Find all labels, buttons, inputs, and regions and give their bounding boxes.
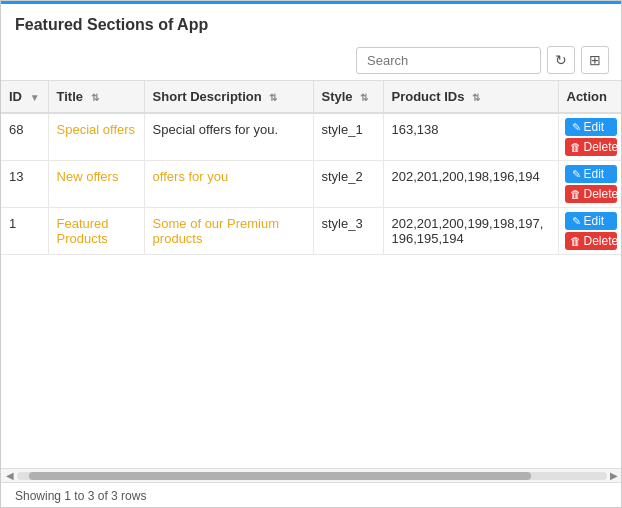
table-row: 13 New offers offers for you style_2 202… <box>1 161 622 208</box>
cell-style: style_2 <box>313 161 383 208</box>
footer-bar: Showing 1 to 3 of 3 rows <box>1 482 622 508</box>
scrollbar-track[interactable] <box>17 472 607 480</box>
refresh-button[interactable]: ↻ <box>547 46 575 74</box>
edit-label: Edit <box>584 167 605 181</box>
edit-icon: ✎ <box>572 121 581 134</box>
cell-id: 1 <box>1 208 48 255</box>
data-table: ID ▼ Title ⇅ Short Description ⇅ Style ⇅… <box>1 81 622 255</box>
toolbar: ↻ ⊞ <box>1 42 622 80</box>
showing-text: Showing 1 to 3 of 3 rows <box>15 489 146 503</box>
edit-button[interactable]: ✎ Edit <box>565 118 617 136</box>
cell-id: 13 <box>1 161 48 208</box>
cell-products: 163,138 <box>383 113 558 161</box>
table-row: 68 Special offers Special offers for you… <box>1 113 622 161</box>
col-header-products[interactable]: Product IDs ⇅ <box>383 81 558 113</box>
delete-button[interactable]: 🗑 Delete <box>565 138 617 156</box>
scrollbar-thumb[interactable] <box>29 472 531 480</box>
col-header-desc[interactable]: Short Description ⇅ <box>144 81 313 113</box>
edit-button[interactable]: ✎ Edit <box>565 212 617 230</box>
cell-style: style_3 <box>313 208 383 255</box>
delete-icon: 🗑 <box>570 188 581 200</box>
columns-button[interactable]: ⊞ <box>581 46 609 74</box>
table-row: 1 Featured Products Some of our Premium … <box>1 208 622 255</box>
cell-title: New offers <box>48 161 144 208</box>
scroll-right-arrow[interactable]: ▶ <box>607 470 621 481</box>
cell-products: 202,201,200,199,198,197,196,195,194 <box>383 208 558 255</box>
sort-icon-title: ⇅ <box>91 92 99 103</box>
sort-icon-desc: ⇅ <box>269 92 277 103</box>
search-input[interactable] <box>356 47 541 74</box>
scrollbar-row[interactable]: ◀ ▶ <box>1 468 622 482</box>
cell-style: style_1 <box>313 113 383 161</box>
delete-label: Delete <box>584 187 619 201</box>
columns-icon: ⊞ <box>589 52 601 68</box>
action-btns: ✎ Edit 🗑 Delete <box>565 212 618 250</box>
edit-label: Edit <box>584 120 605 134</box>
edit-icon: ✎ <box>572 168 581 181</box>
cell-action: ✎ Edit 🗑 Delete <box>558 208 622 255</box>
table-header-row: ID ▼ Title ⇅ Short Description ⇅ Style ⇅… <box>1 81 622 113</box>
action-btns: ✎ Edit 🗑 Delete <box>565 118 618 156</box>
page-header: Featured Sections of App <box>1 4 622 42</box>
table-wrapper[interactable]: ID ▼ Title ⇅ Short Description ⇅ Style ⇅… <box>1 80 622 468</box>
cell-id: 68 <box>1 113 48 161</box>
action-btns: ✎ Edit 🗑 Delete <box>565 165 618 203</box>
edit-button[interactable]: ✎ Edit <box>565 165 617 183</box>
cell-desc: offers for you <box>144 161 313 208</box>
page-container: Featured Sections of App ↻ ⊞ ID ▼ Title … <box>1 1 622 508</box>
scroll-left-arrow[interactable]: ◀ <box>3 470 17 481</box>
cell-action: ✎ Edit 🗑 Delete <box>558 161 622 208</box>
col-header-style[interactable]: Style ⇅ <box>313 81 383 113</box>
col-header-id[interactable]: ID ▼ <box>1 81 48 113</box>
table-body: 68 Special offers Special offers for you… <box>1 113 622 255</box>
cell-title: Special offers <box>48 113 144 161</box>
sort-icon-products: ⇅ <box>472 92 480 103</box>
cell-desc: Special offers for you. <box>144 113 313 161</box>
delete-icon: 🗑 <box>570 235 581 247</box>
cell-desc: Some of our Premium products <box>144 208 313 255</box>
col-header-action: Action <box>558 81 622 113</box>
edit-label: Edit <box>584 214 605 228</box>
col-header-title[interactable]: Title ⇅ <box>48 81 144 113</box>
sort-icon-style: ⇅ <box>360 92 368 103</box>
cell-action: ✎ Edit 🗑 Delete <box>558 113 622 161</box>
edit-icon: ✎ <box>572 215 581 228</box>
page-title: Featured Sections of App <box>15 16 208 33</box>
cell-title: Featured Products <box>48 208 144 255</box>
delete-button[interactable]: 🗑 Delete <box>565 232 617 250</box>
sort-icon-id: ▼ <box>30 92 40 103</box>
delete-button[interactable]: 🗑 Delete <box>565 185 617 203</box>
delete-icon: 🗑 <box>570 141 581 153</box>
cell-products: 202,201,200,198,196,194 <box>383 161 558 208</box>
delete-label: Delete <box>584 234 619 248</box>
delete-label: Delete <box>584 140 619 154</box>
refresh-icon: ↻ <box>555 52 567 68</box>
